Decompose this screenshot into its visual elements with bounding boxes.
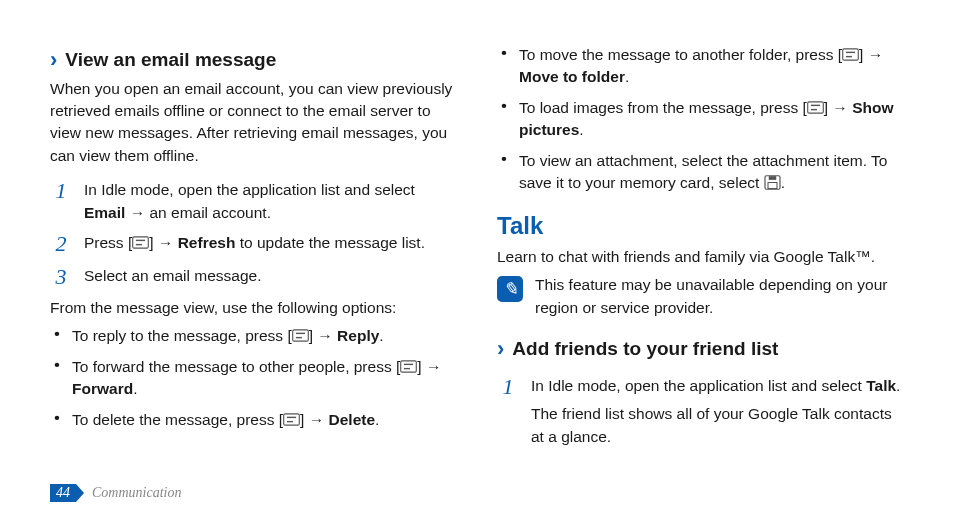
page-number: 44 — [50, 484, 76, 502]
step-body: Press [] → Refresh to update the message… — [84, 232, 457, 256]
list-item: • To view an attachment, select the atta… — [497, 150, 904, 195]
step-body: In Idle mode, open the application list … — [531, 375, 904, 448]
save-icon — [764, 175, 781, 190]
bullet-icon: • — [50, 325, 64, 347]
footer-section: Communication — [92, 485, 181, 501]
step-3: 3 Select an email message. — [50, 265, 457, 289]
step-number: 2 — [50, 232, 72, 256]
right-column: • To move the message to another folder,… — [477, 40, 904, 478]
page-footer: 44 Communication — [50, 484, 181, 502]
step-number: 1 — [50, 179, 72, 224]
bullet-icon: • — [497, 44, 511, 89]
menu-key-icon — [842, 48, 859, 61]
list-item: • To delete the message, press [] → Dele… — [50, 409, 457, 431]
step-body: Select an email message. — [84, 265, 457, 289]
note-icon: ✎ — [497, 276, 523, 302]
menu-key-icon — [292, 329, 309, 342]
chevron-icon: › — [497, 338, 504, 360]
step-1: 1 In Idle mode, open the application lis… — [497, 375, 904, 448]
heading-talk: Talk — [497, 209, 904, 244]
talk-intro: Learn to chat with friends and family vi… — [497, 246, 904, 268]
note-text: This feature may be unavailable dependin… — [535, 274, 904, 319]
list-item: • To forward the message to other people… — [50, 356, 457, 401]
heading-text: View an email message — [65, 46, 276, 74]
menu-key-icon — [132, 236, 149, 249]
list-item: • To move the message to another folder,… — [497, 44, 904, 89]
page-content: › View an email message When you open an… — [0, 0, 954, 478]
menu-key-icon — [807, 101, 824, 114]
heading-text: Add friends to your friend list — [512, 335, 778, 363]
bullet-icon: • — [50, 409, 64, 431]
note-box: ✎ This feature may be unavailable depend… — [497, 274, 904, 319]
menu-key-icon — [400, 360, 417, 373]
steps-list: 1 In Idle mode, open the application lis… — [50, 179, 457, 288]
menu-key-icon — [283, 413, 300, 426]
bullet-icon: • — [497, 150, 511, 195]
left-column: › View an email message When you open an… — [50, 40, 477, 478]
step-number: 1 — [497, 375, 519, 448]
step-body: In Idle mode, open the application list … — [84, 179, 457, 224]
bullet-list: • To move the message to another folder,… — [497, 44, 904, 195]
from-line: From the message view, use the following… — [50, 297, 457, 319]
step-number: 3 — [50, 265, 72, 289]
list-item: • To load images from the message, press… — [497, 97, 904, 142]
steps-list: 1 In Idle mode, open the application lis… — [497, 375, 904, 448]
heading-view-email: › View an email message — [50, 46, 457, 74]
bullet-icon: • — [50, 356, 64, 401]
step-1: 1 In Idle mode, open the application lis… — [50, 179, 457, 224]
bullet-icon: • — [497, 97, 511, 142]
step-2: 2 Press [] → Refresh to update the messa… — [50, 232, 457, 256]
list-item: • To reply to the message, press [] → Re… — [50, 325, 457, 347]
bullet-list: • To reply to the message, press [] → Re… — [50, 325, 457, 431]
intro-text: When you open an email account, you can … — [50, 78, 457, 168]
heading-add-friends: › Add friends to your friend list — [497, 335, 904, 363]
chevron-icon: › — [50, 49, 57, 71]
